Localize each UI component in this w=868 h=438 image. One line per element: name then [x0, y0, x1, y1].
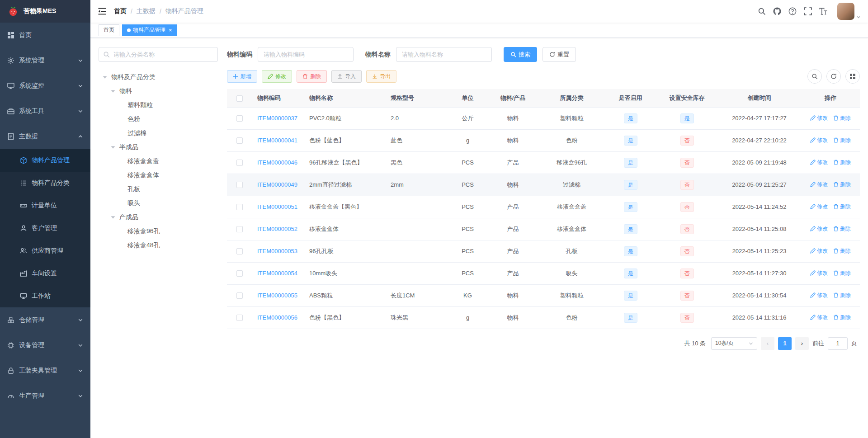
next-page-button[interactable]: ›: [795, 337, 809, 350]
row-checkbox[interactable]: [236, 292, 243, 299]
row-delete-link[interactable]: 删除: [833, 269, 851, 277]
select-all-checkbox[interactable]: [236, 95, 243, 102]
row-delete-link[interactable]: 删除: [833, 203, 851, 211]
sidebar-item-production-management[interactable]: 生产管理: [0, 383, 90, 409]
edit-button[interactable]: 修改: [262, 70, 292, 83]
row-delete-link[interactable]: 删除: [833, 247, 851, 255]
row-edit-link[interactable]: 修改: [810, 314, 828, 321]
row-checkbox[interactable]: [236, 137, 243, 144]
goto-page-input[interactable]: [828, 337, 848, 350]
sidebar-item-system-monitoring[interactable]: 系统监控: [0, 73, 90, 99]
row-delete-link[interactable]: 删除: [833, 181, 851, 188]
tree-node[interactable]: 半成品: [99, 140, 218, 154]
header-search-icon[interactable]: [758, 7, 766, 15]
material-code-input[interactable]: [258, 47, 354, 62]
app-logo[interactable]: 苦糖果MES: [0, 0, 90, 23]
row-edit-link[interactable]: 修改: [810, 203, 828, 211]
fullscreen-icon[interactable]: [804, 7, 812, 15]
help-icon[interactable]: [788, 7, 797, 15]
tree-node[interactable]: 色粉: [99, 112, 218, 126]
sidebar-toggle-icon[interactable]: [98, 8, 107, 15]
breadcrumb-home[interactable]: 首页: [114, 7, 127, 15]
row-checkbox[interactable]: [236, 270, 243, 277]
page-1-button[interactable]: 1: [778, 337, 792, 350]
sidebar-item-home[interactable]: 首页: [0, 23, 90, 48]
tree-node[interactable]: 移液盒盒体: [99, 168, 218, 182]
material-code-link[interactable]: ITEM00000052: [257, 226, 297, 232]
row-checkbox[interactable]: [236, 226, 243, 232]
row-checkbox[interactable]: [236, 182, 243, 188]
sidebar-subitem-workstation[interactable]: 工作站: [0, 285, 90, 307]
row-delete-link[interactable]: 删除: [833, 114, 851, 122]
tree-node[interactable]: 物料及产品分类: [99, 70, 218, 84]
sidebar-item-system-management[interactable]: 系统管理: [0, 48, 90, 73]
row-edit-link[interactable]: 修改: [810, 137, 828, 144]
font-size-icon[interactable]: [819, 7, 827, 15]
row-edit-link[interactable]: 修改: [810, 247, 828, 255]
material-code-link[interactable]: ITEM00000049: [257, 181, 297, 188]
row-delete-link[interactable]: 删除: [833, 159, 851, 166]
column-settings-button[interactable]: [845, 69, 860, 84]
row-delete-link[interactable]: 删除: [833, 137, 851, 144]
material-code-link[interactable]: ITEM00000053: [257, 248, 297, 254]
material-code-link[interactable]: ITEM00000037: [257, 115, 297, 122]
sidebar-subitem-material-product-management[interactable]: 物料产品管理: [0, 149, 90, 172]
add-button[interactable]: 新增: [227, 70, 257, 83]
export-button[interactable]: 导出: [366, 70, 396, 83]
avatar[interactable]: [837, 3, 854, 20]
row-delete-link[interactable]: 删除: [833, 314, 851, 321]
sidebar-item-warehouse-management[interactable]: 仓储管理: [0, 307, 90, 333]
material-code-link[interactable]: ITEM00000046: [257, 159, 297, 166]
material-code-link[interactable]: ITEM00000056: [257, 314, 297, 321]
import-button[interactable]: 导入: [331, 70, 362, 83]
row-checkbox[interactable]: [236, 115, 243, 122]
delete-button[interactable]: 删除: [297, 70, 327, 83]
sidebar-item-equipment-management[interactable]: 设备管理: [0, 333, 90, 358]
tree-node[interactable]: 移液盒盒盖: [99, 154, 218, 168]
sidebar-item-fixture-management[interactable]: 工装夹具管理: [0, 358, 90, 383]
row-edit-link[interactable]: 修改: [810, 292, 828, 299]
tab-close-icon[interactable]: ×: [169, 27, 172, 33]
sidebar-subitem-workshop-settings[interactable]: 车间设置: [0, 262, 90, 285]
row-checkbox[interactable]: [236, 204, 243, 210]
tab-home[interactable]: 首页: [99, 24, 119, 36]
material-code-link[interactable]: ITEM00000054: [257, 270, 297, 277]
tree-node[interactable]: 吸头: [99, 196, 218, 210]
material-code-link[interactable]: ITEM00000041: [257, 137, 297, 144]
tree-node[interactable]: 过滤棉: [99, 126, 218, 140]
tree-node[interactable]: 移液盒48孔: [99, 238, 218, 252]
tree-node[interactable]: 移液盒96孔: [99, 224, 218, 238]
row-edit-link[interactable]: 修改: [810, 181, 828, 188]
tree-node[interactable]: 塑料颗粒: [99, 98, 218, 112]
row-checkbox[interactable]: [236, 248, 243, 254]
sidebar-subitem-measurement-unit[interactable]: 计量单位: [0, 194, 90, 217]
user-menu[interactable]: [837, 3, 861, 20]
row-checkbox[interactable]: [236, 315, 243, 321]
row-edit-link[interactable]: 修改: [810, 114, 828, 122]
row-edit-link[interactable]: 修改: [810, 269, 828, 277]
reset-button[interactable]: 重置: [542, 47, 576, 62]
row-checkbox[interactable]: [236, 160, 243, 166]
tab-material-product-management[interactable]: 物料产品管理 ×: [122, 24, 177, 36]
sidebar-subitem-supplier-management[interactable]: 供应商管理: [0, 240, 90, 262]
category-search-input[interactable]: [99, 47, 218, 62]
prev-page-button[interactable]: ‹: [761, 337, 774, 350]
sidebar-item-system-tools[interactable]: 系统工具: [0, 99, 90, 124]
sidebar-subitem-customer-management[interactable]: 客户管理: [0, 217, 90, 240]
sidebar-subitem-material-product-category[interactable]: 物料产品分类: [0, 172, 90, 194]
material-code-link[interactable]: ITEM00000055: [257, 292, 297, 299]
material-code-link[interactable]: ITEM00000051: [257, 203, 297, 210]
row-edit-link[interactable]: 修改: [810, 159, 828, 166]
github-icon[interactable]: [773, 7, 781, 15]
toggle-search-button[interactable]: [807, 69, 822, 84]
tree-node[interactable]: 物料: [99, 84, 218, 98]
page-size-select[interactable]: 10条/页: [711, 337, 757, 350]
row-delete-link[interactable]: 删除: [833, 292, 851, 299]
material-name-input[interactable]: [396, 47, 492, 62]
row-delete-link[interactable]: 删除: [833, 225, 851, 233]
sidebar-item-master-data[interactable]: 主数据: [0, 124, 90, 149]
refresh-table-button[interactable]: [826, 69, 841, 84]
row-edit-link[interactable]: 修改: [810, 225, 828, 233]
tree-node[interactable]: 产成品: [99, 210, 218, 224]
tree-node[interactable]: 孔板: [99, 182, 218, 196]
